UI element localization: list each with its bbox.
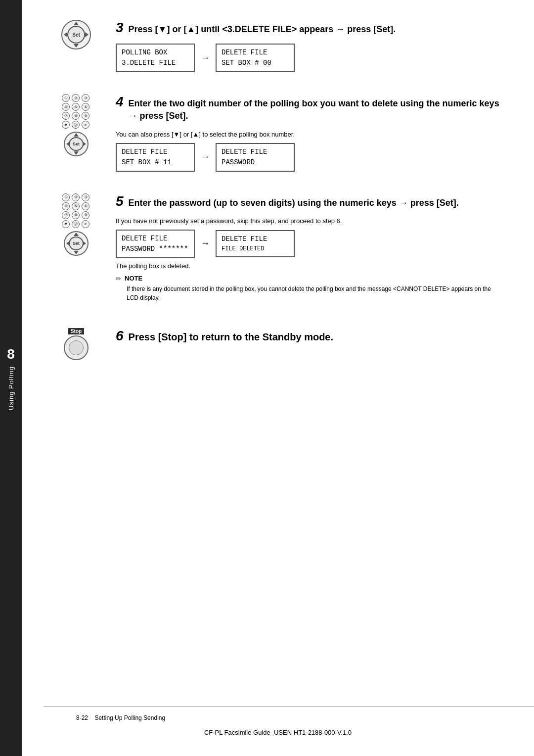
right-arrow-small-icon-5: [83, 241, 86, 246]
stop-label: Stop: [68, 328, 84, 334]
page: 8 Using Polling Set 3 Press [▼] or [▲] u…: [0, 0, 534, 756]
step-4-heading: Enter the two digit number of the pollin…: [129, 97, 504, 122]
set-label-small: Set: [69, 137, 84, 151]
step-5-lcd-before: DELETE FILE PASSWORD *******: [116, 230, 195, 258]
note-header: ✏ NOTE: [116, 275, 504, 283]
numpad-icon-5: ① ② ③ ④ ⑤ ⑥ ⑦ ⑧ ⑨ ✱ ⓪ #: [62, 193, 90, 228]
set-label: Set: [67, 26, 85, 44]
key-0b: ⓪: [72, 220, 80, 228]
stop-button-container: Stop: [64, 328, 89, 360]
stop-button-inner: [69, 340, 84, 355]
set-label-small-5: Set: [69, 236, 84, 250]
step-4-lcd-before: DELETE FILE SET BOX # 11: [116, 143, 195, 172]
step-3-right: 3 Press [▼] or [▲] until <3.DELETE FILE>…: [116, 20, 504, 76]
step-3-number: 3: [116, 20, 124, 36]
key-0: ⓪: [72, 121, 80, 129]
right-arrow-icon: [85, 32, 89, 37]
footer-product: CF-PL Facsimile Guide_USEN HT1-2188-000-…: [22, 729, 534, 736]
step-4-right: 4 Enter the two digit number of the poll…: [116, 94, 504, 175]
step-5-lcd-before-line1: DELETE FILE: [122, 234, 189, 244]
step-4-subtext: You can also press [▼] or [▲] to select …: [116, 131, 504, 138]
up-arrow-icon: [74, 22, 79, 25]
set-button-icon: Set: [61, 20, 91, 49]
key-4b: ④: [62, 202, 70, 210]
key-2b: ②: [72, 193, 80, 201]
note-pencil-icon: ✏: [116, 275, 122, 283]
key-9: ⑨: [82, 112, 89, 120]
step-5-left: ① ② ③ ④ ⑤ ⑥ ⑦ ⑧ ⑨ ✱ ⓪ # Set: [46, 193, 106, 259]
key-5b: ⑤: [72, 202, 80, 210]
left-arrow-icon: [64, 32, 67, 37]
step-5-number: 5: [116, 193, 124, 209]
step-5-lcd-after-line1: DELETE FILE: [222, 234, 289, 244]
key-9b: ⑨: [82, 211, 89, 219]
key-7b: ⑦: [62, 211, 70, 219]
step-5-block: ① ② ③ ④ ⑤ ⑥ ⑦ ⑧ ⑨ ✱ ⓪ # Set: [46, 193, 504, 310]
key-hashb: #: [82, 220, 89, 228]
key-8: ⑧: [72, 112, 80, 120]
step-6-number: 6: [116, 328, 124, 344]
key-8b: ⑧: [72, 211, 80, 219]
step-3-heading: Press [▼] or [▲] until <3.DELETE FILE> a…: [129, 23, 396, 36]
left-arrow-small-icon-5: [66, 241, 70, 246]
sidebar: 8 Using Polling: [0, 0, 22, 756]
key-3b: ③: [82, 193, 89, 201]
note-label: NOTE: [125, 275, 142, 282]
set-button-small-icon-5: Set: [64, 231, 89, 256]
step-4-left: ① ② ③ ④ ⑤ ⑥ ⑦ ⑧ ⑨ ✱ ⓪ # Set: [46, 94, 106, 159]
step-3-block: Set 3 Press [▼] or [▲] until <3.DELETE F…: [46, 20, 504, 76]
note-body: If there is any document stored in the p…: [127, 284, 504, 302]
step-5-heading: Enter the password (up to seven digits) …: [129, 197, 459, 209]
key-starb: ✱: [62, 220, 70, 228]
step-6-right: 6 Press [Stop] to return to the Standby …: [116, 328, 504, 352]
left-arrow-small-icon: [66, 142, 70, 146]
down-arrow-small-icon-5: [74, 251, 79, 254]
arrow-icon-4: →: [201, 152, 210, 162]
down-arrow-icon: [74, 44, 79, 47]
key-1: ①: [62, 94, 70, 102]
step-3-lcd-before-line2: 3.DELETE FILE: [122, 58, 189, 68]
step-5-subtext: If you have not previously set a passwor…: [116, 217, 504, 225]
down-arrow-small-icon: [74, 151, 79, 155]
step-3-lcd-after-line2: SET BOX # 00: [222, 58, 289, 68]
sidebar-number: 8: [7, 346, 15, 362]
step-5-lcd-before-line2: PASSWORD *******: [122, 244, 189, 254]
step-5-lcd-after-line2: FILE DELETED: [222, 244, 289, 253]
right-arrow-small-icon: [83, 142, 86, 146]
footer-page-title: Setting Up Polling Sending: [94, 714, 165, 721]
key-2: ②: [72, 94, 80, 102]
step-3-lcd-before-line1: POLLING BOX: [122, 47, 189, 58]
note-section: ✏ NOTE If there is any document stored i…: [116, 275, 504, 302]
step-3-left: Set: [46, 20, 106, 52]
step-4-lcd-after-line1: DELETE FILE: [222, 147, 289, 157]
key-5: ⑤: [72, 103, 80, 111]
step-4-lcd-before-line2: SET BOX # 11: [122, 157, 189, 168]
key-6: ⑥: [82, 103, 89, 111]
up-arrow-small-icon-5: [74, 233, 79, 236]
key-4: ④: [62, 103, 70, 111]
step-3-lcd-row: POLLING BOX 3.DELETE FILE → DELETE FILE …: [116, 44, 504, 72]
key-star: ✱: [62, 121, 70, 129]
sidebar-label: Using Polling: [7, 366, 15, 410]
footer-page-ref: 8-22 Setting Up Polling Sending: [76, 714, 165, 721]
step-5-right: 5 Enter the password (up to seven digits…: [116, 193, 504, 310]
set-button-small-icon: Set: [64, 132, 89, 156]
step-3-lcd-after: DELETE FILE SET BOX # 00: [216, 44, 295, 72]
step-6-left: Stop: [46, 328, 106, 362]
arrow-icon: →: [201, 53, 210, 63]
step-4-block: ① ② ③ ④ ⑤ ⑥ ⑦ ⑧ ⑨ ✱ ⓪ # Set: [46, 94, 504, 175]
step-5-lcd-row: DELETE FILE PASSWORD ******* → DELETE FI…: [116, 230, 504, 258]
step-6-heading: Press [Stop] to return to the Standby mo…: [129, 330, 333, 344]
step-6-block: Stop 6 Press [Stop] to return to the Sta…: [46, 328, 504, 362]
up-arrow-small-icon: [74, 133, 79, 137]
stop-button-icon: [64, 335, 89, 360]
key-7: ⑦: [62, 112, 70, 120]
key-3: ③: [82, 94, 89, 102]
footer-divider: [44, 706, 534, 707]
step-4-number: 4: [116, 94, 124, 110]
step-4-lcd-row: DELETE FILE SET BOX # 11 → DELETE FILE P…: [116, 143, 504, 172]
step-5-lcd-after: DELETE FILE FILE DELETED: [216, 230, 295, 257]
key-hash: #: [82, 121, 89, 129]
key-6b: ⑥: [82, 202, 89, 210]
main-content: Set 3 Press [▼] or [▲] until <3.DELETE F…: [22, 0, 534, 756]
